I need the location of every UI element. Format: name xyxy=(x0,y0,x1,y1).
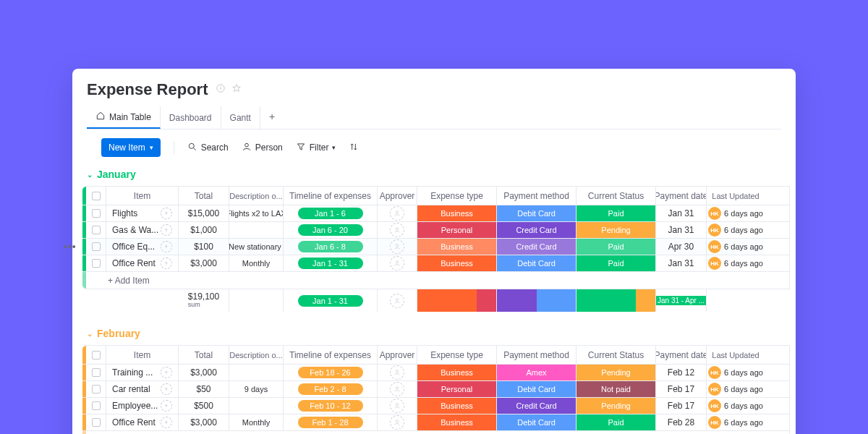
col-status[interactable]: Current Status xyxy=(576,187,656,205)
desc-cell[interactable] xyxy=(229,398,284,414)
star-icon[interactable] xyxy=(231,83,242,96)
table-row[interactable]: Gas & Wa...+ $1,000 Jan 6 - 20 Personal … xyxy=(82,222,789,239)
timeline-cell[interactable]: Jan 6 - 20 xyxy=(284,222,378,238)
total-cell[interactable]: $50 xyxy=(179,381,229,397)
payment-cell[interactable]: Debit Card xyxy=(497,255,576,271)
timeline-cell[interactable]: Feb 18 - 26 xyxy=(284,365,378,380)
col-status[interactable]: Current Status xyxy=(576,346,656,364)
desc-cell[interactable] xyxy=(229,365,284,380)
approver-cell[interactable] xyxy=(378,414,417,430)
row-menu-icon[interactable]: ••• xyxy=(64,241,77,252)
col-total[interactable]: Total xyxy=(179,187,229,205)
payment-cell[interactable]: Debit Card xyxy=(497,414,576,430)
add-subitem-icon[interactable]: + xyxy=(161,417,172,428)
table-row[interactable]: Car rental+ $50 9 days Feb 2 - 8 Persona… xyxy=(82,381,789,398)
timeline-cell[interactable]: Feb 1 - 28 xyxy=(284,414,378,430)
total-cell[interactable]: $100 xyxy=(179,239,229,255)
add-subitem-icon[interactable]: + xyxy=(161,258,172,269)
total-cell[interactable]: $3,000 xyxy=(179,255,229,271)
payment-cell[interactable]: Credit Card xyxy=(497,398,576,414)
item-cell[interactable]: Office Rent+ xyxy=(106,414,179,430)
total-cell[interactable]: $3,000 xyxy=(179,365,229,380)
table-row[interactable]: Office Eq...+ $100 New stationary Jan 6 … xyxy=(82,239,789,255)
desc-cell[interactable]: New stationary xyxy=(229,239,284,255)
add-subitem-icon[interactable]: + xyxy=(161,383,172,395)
payment-cell[interactable]: Amex xyxy=(497,365,576,380)
table-row[interactable]: Employee...+ $500 Feb 10 - 12 Business C… xyxy=(82,398,789,414)
row-checkbox[interactable] xyxy=(86,381,106,397)
approver-cell[interactable] xyxy=(378,381,417,397)
type-cell[interactable]: Business xyxy=(417,239,497,255)
timeline-cell[interactable]: Jan 6 - 8 xyxy=(284,239,378,255)
table-row[interactable]: Flights+ $15,000 Flights x2 to LAX Jan 1… xyxy=(82,205,789,222)
add-subitem-icon[interactable]: + xyxy=(161,400,172,412)
paydate-cell[interactable]: Feb 17 xyxy=(656,381,707,397)
type-cell[interactable]: Business xyxy=(417,414,497,430)
search-button[interactable]: Search xyxy=(187,142,229,154)
col-item[interactable]: Item xyxy=(106,187,179,205)
type-cell[interactable]: Business xyxy=(417,365,497,380)
paydate-cell[interactable]: Feb 28 xyxy=(656,414,707,430)
add-subitem-icon[interactable]: + xyxy=(161,367,172,378)
paydate-cell[interactable]: Jan 31 xyxy=(656,222,707,238)
paydate-cell[interactable]: Jan 31 xyxy=(656,255,707,271)
timeline-cell[interactable]: Feb 10 - 12 xyxy=(284,398,378,414)
item-cell[interactable]: Employee...+ xyxy=(106,398,179,414)
paydate-cell[interactable]: Jan 31 xyxy=(656,205,707,221)
payment-cell[interactable]: Debit Card xyxy=(497,205,576,221)
status-cell[interactable]: Pending xyxy=(576,222,656,238)
row-checkbox[interactable] xyxy=(86,414,106,430)
tab-dashboard[interactable]: Dashboard xyxy=(161,106,221,129)
paydate-cell[interactable]: Apr 30 xyxy=(656,239,707,255)
info-icon[interactable] xyxy=(216,83,226,96)
col-total[interactable]: Total xyxy=(179,346,229,364)
add-item-row[interactable]: + Add Item xyxy=(82,272,789,289)
timeline-cell[interactable]: Feb 2 - 8 xyxy=(284,381,378,397)
approver-cell[interactable] xyxy=(378,222,417,238)
item-cell[interactable]: Gas & Wa...+ xyxy=(106,222,179,238)
table-row[interactable]: Training ...+ $3,000 Feb 18 - 26 Busines… xyxy=(82,365,789,381)
person-filter-button[interactable]: Person xyxy=(242,142,283,154)
col-item[interactable]: Item xyxy=(106,346,179,364)
status-cell[interactable]: Not paid xyxy=(576,381,656,397)
col-updated[interactable]: Last Updated xyxy=(707,346,765,364)
table-row[interactable]: Office Rent+ $3,000 Monthly Feb 1 - 28 B… xyxy=(82,414,789,431)
approver-cell[interactable] xyxy=(378,365,417,380)
col-payment[interactable]: Payment method xyxy=(497,187,576,205)
desc-cell[interactable]: 9 days xyxy=(229,381,284,397)
item-cell[interactable]: Office Eq...+ xyxy=(106,239,179,255)
col-timeline[interactable]: Timeline of expenses xyxy=(284,187,378,205)
add-view-button[interactable]: + xyxy=(260,106,284,129)
status-cell[interactable]: Paid xyxy=(576,414,656,430)
col-desc[interactable]: Description o... xyxy=(229,346,284,364)
col-type[interactable]: Expense type xyxy=(417,187,497,205)
status-cell[interactable]: Paid xyxy=(576,255,656,271)
new-item-button[interactable]: New Item ▾ xyxy=(101,138,161,157)
tab-gantt[interactable]: Gantt xyxy=(221,106,260,129)
sort-button[interactable] xyxy=(349,142,359,154)
col-timeline[interactable]: Timeline of expenses xyxy=(284,346,378,364)
item-cell[interactable]: Car rental+ xyxy=(106,381,179,397)
select-all-checkbox[interactable] xyxy=(86,187,106,205)
total-cell[interactable]: $500 xyxy=(179,398,229,414)
desc-cell[interactable]: Flights x2 to LAX xyxy=(229,205,284,221)
row-checkbox[interactable] xyxy=(86,205,106,221)
desc-cell[interactable] xyxy=(229,222,284,238)
item-cell[interactable]: Office Rent+ xyxy=(106,255,179,271)
add-subitem-icon[interactable]: + xyxy=(161,208,172,219)
item-cell[interactable]: Flights+ xyxy=(106,205,179,221)
status-cell[interactable]: Pending xyxy=(576,398,656,414)
desc-cell[interactable]: Monthly xyxy=(229,255,284,271)
group-header[interactable]: ⌄ February xyxy=(78,325,790,345)
col-paydate[interactable]: Payment date xyxy=(656,187,707,205)
total-cell[interactable]: $1,000 xyxy=(179,222,229,238)
type-cell[interactable]: Personal xyxy=(417,222,497,238)
add-item-row[interactable]: + Add Item xyxy=(82,431,789,434)
table-row[interactable]: Office Rent+ $3,000 Monthly Jan 1 - 31 B… xyxy=(82,255,789,272)
row-checkbox[interactable] xyxy=(86,365,106,380)
type-cell[interactable]: Business xyxy=(417,255,497,271)
total-cell[interactable]: $15,000 xyxy=(179,205,229,221)
item-cell[interactable]: Training ...+ xyxy=(106,365,179,380)
paydate-cell[interactable]: Feb 12 xyxy=(656,365,707,380)
col-type[interactable]: Expense type xyxy=(417,346,497,364)
